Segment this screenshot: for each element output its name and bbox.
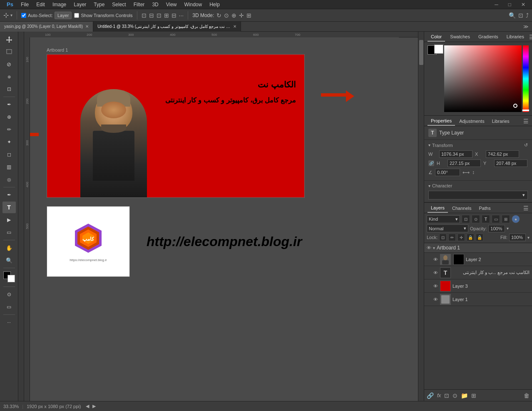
opacity-input[interactable] [488,225,505,232]
spot-heal-tool[interactable]: ⊕ [2,111,16,123]
new-layer-icon[interactable]: ⊞ [471,392,476,399]
brush-tool[interactable]: ✏ [2,124,16,135]
fill-input[interactable] [509,234,526,241]
fx-icon[interactable]: fx [437,393,441,399]
crop-tool[interactable]: ⊡ [2,83,16,95]
maximize-btn[interactable]: □ [505,1,515,8]
tab-yasin-close[interactable]: ✕ [85,24,89,29]
text-layer-item[interactable]: 👁 T الکامپ نت مرجع ...ب و کار اینترنتی [424,266,532,279]
tab-untitled[interactable]: Untitled-1 @ 33.3% (الکامپ نت مرجع کامل … [93,22,241,32]
menu-help[interactable]: Help [206,1,223,8]
minimize-btn[interactable]: ─ [491,1,502,8]
kind-dropdown[interactable]: Kind ▾ [427,215,460,223]
panels-icon[interactable]: ≫ [523,24,529,30]
align-left-icon[interactable]: ⊡ [142,12,147,19]
character-dropdown[interactable]: ▾ [428,191,528,199]
menu-3d[interactable]: 3D [149,1,162,8]
filter-adjust-icon[interactable]: ⊙ [472,215,480,223]
prop-panel-menu-icon[interactable]: ☰ [523,118,529,125]
search-icon[interactable]: 🔍 [509,12,516,19]
show-transform-checkbox[interactable] [74,13,79,18]
chain-link-icon[interactable]: 🔗 [428,160,434,166]
dodge-tool[interactable]: ◎ [2,174,16,185]
artboard-group-header[interactable]: 👁 ▾ Artboard 1 [424,243,532,253]
align-center-h-icon[interactable]: ⊟ [149,12,154,19]
gradient-tool[interactable]: ▥ [2,161,16,173]
3d-roll-icon[interactable]: ⊙ [224,12,229,19]
filter-type-icon[interactable]: T [482,215,490,223]
layers-tab[interactable]: Layers [428,204,448,213]
menu-edit[interactable]: Edit [33,1,48,8]
channels-tab[interactable]: Channels [449,204,475,212]
flip-v-icon[interactable]: ↕ [472,169,475,175]
workspace-icon[interactable]: ⊡ [518,12,523,19]
menu-type[interactable]: Type [90,1,108,8]
left-scroll[interactable] [18,32,24,401]
artboard-collapse-icon[interactable]: ▾ [433,246,435,250]
screen-mode-tool[interactable]: ▭ [2,301,16,313]
angle-input[interactable] [435,169,460,176]
filter-pixel-icon[interactable]: ⊡ [462,215,470,223]
share-icon[interactable]: ⤴ [526,12,529,19]
filter-shape-icon[interactable]: ▭ [492,215,500,223]
align-top-icon[interactable]: ⊞ [164,12,169,19]
clone-stamp-tool[interactable]: ✦ [2,136,16,148]
adjustments-tab[interactable]: Adjustments [456,117,488,125]
paths-tab[interactable]: Paths [476,204,494,212]
x-input[interactable] [486,150,519,158]
nav-fwd-icon[interactable]: ▶ [92,404,96,409]
menu-view[interactable]: View [163,1,180,8]
h-input[interactable] [447,159,481,167]
3d-drag-icon[interactable]: ⊕ [231,12,236,19]
nav-back-icon[interactable]: ◀ [86,404,89,409]
eyedropper-tool[interactable]: ✒ [2,99,16,110]
libraries-prop-tab[interactable]: Libraries [489,117,513,125]
y-input[interactable] [494,159,527,167]
menu-file[interactable]: File [17,1,32,8]
layer-2-item[interactable]: 👁 Layer 2 [424,253,532,266]
fill-dropdown-arrow[interactable]: ▾ [527,235,530,240]
path-select-tool[interactable]: ▶ [2,214,16,226]
color-tab[interactable]: Color [428,32,445,42]
move-tool[interactable] [2,33,16,45]
pen-tool[interactable]: ✒ [2,189,16,201]
menu-filter[interactable]: Filter [130,1,148,8]
background-color[interactable] [7,275,15,282]
character-header[interactable]: ▾ Character [428,183,528,188]
auto-select-checkbox[interactable] [21,13,26,18]
menu-image[interactable]: Image [49,1,70,8]
tab-untitled-close[interactable]: ✕ [233,24,236,29]
libraries-tab[interactable]: Libraries [503,32,527,42]
artboard-vis-icon[interactable]: 👁 [427,245,431,250]
marquee-tool[interactable] [2,46,16,57]
lock-image-btn[interactable]: ✏ [448,234,456,241]
close-btn[interactable]: ✕ [518,1,529,8]
menu-layer[interactable]: Layer [70,1,89,8]
3d-scale-icon[interactable]: ⊞ [246,12,251,19]
zoom-tool[interactable]: 🔍 [2,254,16,266]
layers-panel-menu-icon[interactable]: ☰ [523,205,529,212]
layer-1-vis[interactable]: 👁 [433,296,438,302]
3d-rotate-icon[interactable]: ↻ [216,12,221,19]
hue-strip[interactable] [523,45,529,112]
quick-mask-tool[interactable]: ⊙ [2,289,16,300]
layer-1-item[interactable]: 👁 Layer 1 [424,293,532,306]
lasso-tool[interactable]: ⊘ [2,58,16,70]
folder-icon[interactable]: 📁 [461,392,468,399]
lock-all-btn[interactable]: 🔒 [476,234,483,241]
text-layer-vis[interactable]: 👁 [433,270,438,276]
layer-3-item[interactable]: 👁 Layer 3 [424,279,532,293]
mask-icon[interactable]: ⊡ [444,392,449,399]
right-scroll[interactable] [418,32,424,401]
lock-position-btn[interactable]: ✛ [457,234,465,241]
shape-tool[interactable]: ▭ [2,227,16,238]
flip-h-icon[interactable]: ⟷ [462,169,470,175]
distribute-icon[interactable]: ⊟ [172,12,177,19]
background-swatch[interactable] [434,45,443,54]
menu-window[interactable]: Window [181,1,206,8]
transform-refresh-icon[interactable]: ↺ [524,142,528,148]
extra-tools[interactable]: ··· [2,316,16,328]
opacity-dropdown-arrow[interactable]: ▾ [507,226,509,231]
tab-yasin[interactable]: yasin.jpg @ 200% (Layer 0, Layer Mask/8)… [0,22,93,32]
color-panel-menu-icon[interactable]: ☰ [529,34,532,40]
